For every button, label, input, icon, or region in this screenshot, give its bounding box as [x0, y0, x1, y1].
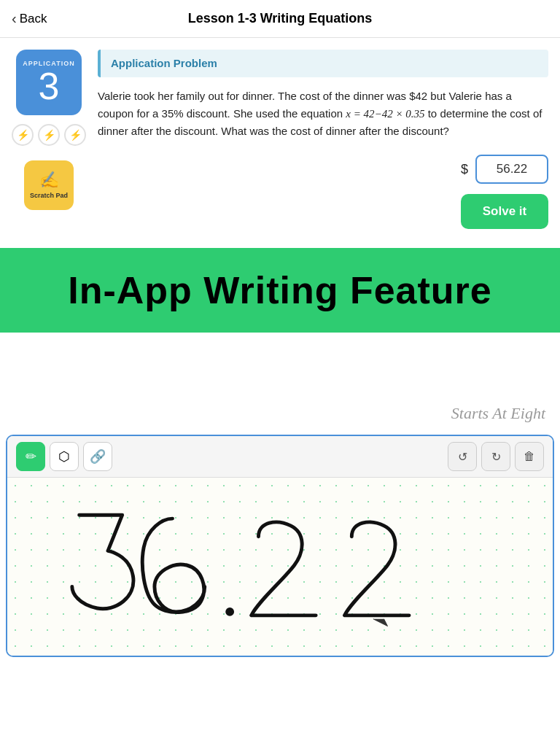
drawing-canvas[interactable] — [7, 478, 553, 656]
pen-tool-button[interactable]: ✏ — [16, 442, 45, 471]
eraser-icon: ⬡ — [58, 449, 70, 465]
page-header: ‹ Back Lesson 1-3 Writing Equations — [0, 0, 560, 38]
drawing-area: ✏ ⬡ 🔗 ↺ ↻ 🗑 — [6, 435, 554, 657]
svg-point-0 — [225, 607, 234, 616]
pointer-tool-button[interactable]: 🔗 — [83, 442, 112, 471]
problem-text: Valerie took her family out for dinner. … — [98, 88, 548, 140]
lightning-icon-2[interactable]: ⚡ — [38, 124, 60, 146]
application-badge: APPLICATION 3 — [16, 50, 82, 115]
answer-row: $ — [98, 155, 548, 184]
undo-icon: ↺ — [458, 450, 467, 464]
undo-button[interactable]: ↺ — [448, 442, 477, 471]
lightning-icon-1[interactable]: ⚡ — [12, 124, 34, 146]
problem-equation: x = 42−42 × 0.35 — [346, 108, 424, 120]
lightning-row: ⚡ ⚡ ⚡ — [12, 124, 86, 146]
redo-button[interactable]: ↻ — [481, 442, 510, 471]
watermark: Starts At Eight — [451, 404, 545, 423]
back-arrow-icon: ‹ — [12, 10, 17, 27]
redo-icon: ↻ — [491, 450, 501, 464]
scratch-pad-label: Scratch Pad — [30, 193, 68, 200]
eraser-tool-button[interactable]: ⬡ — [50, 442, 79, 471]
back-label: Back — [20, 12, 47, 26]
green-banner: In-App Writing Feature — [0, 248, 560, 333]
dollar-sign: $ — [461, 162, 468, 177]
left-sidebar: APPLICATION 3 ⚡ ⚡ ⚡ ✍ Scratch Pad — [12, 50, 86, 229]
application-problem-header: Application Problem — [98, 50, 548, 77]
app-badge-number: 3 — [39, 67, 60, 105]
page-title: Lesson 1-3 Writing Equations — [188, 11, 373, 26]
banner-text: In-App Writing Feature — [68, 269, 491, 311]
solve-button[interactable]: Solve it — [461, 194, 548, 229]
back-button[interactable]: ‹ Back — [12, 10, 47, 27]
section-label: Application Problem — [111, 57, 217, 69]
pointer-icon: 🔗 — [90, 449, 106, 465]
answer-input[interactable] — [475, 155, 548, 184]
white-space-area: Starts At Eight — [0, 333, 560, 435]
trash-button[interactable]: 🗑 — [515, 442, 544, 471]
lightning-icon-3[interactable]: ⚡ — [64, 124, 86, 146]
scratch-pad-icon: ✍ — [39, 171, 59, 190]
right-content: Application Problem Valerie took her fam… — [98, 50, 548, 229]
scratch-pad-button[interactable]: ✍ Scratch Pad — [24, 160, 74, 210]
handwriting-svg — [22, 492, 538, 638]
trash-icon: 🗑 — [524, 450, 535, 463]
app-badge-label: APPLICATION — [23, 60, 74, 67]
pen-icon: ✏ — [26, 449, 36, 465]
main-content: APPLICATION 3 ⚡ ⚡ ⚡ ✍ Scratch Pad Applic… — [0, 38, 560, 241]
drawing-toolbar: ✏ ⬡ 🔗 ↺ ↻ 🗑 — [7, 436, 553, 478]
